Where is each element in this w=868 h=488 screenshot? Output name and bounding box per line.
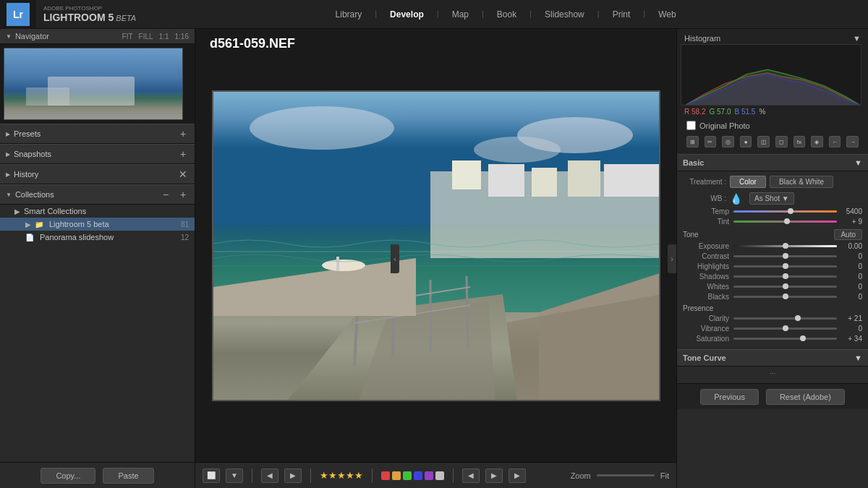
presets-header[interactable]: ▶ Presets + [0,124,195,144]
original-photo-check[interactable]: Original Photo [681,118,864,133]
blacks-slider[interactable] [733,296,837,298]
bw-btn[interactable]: Black & White [770,176,833,188]
color-red[interactable] [381,471,390,480]
histogram-label: Histogram [684,34,720,43]
shadows-slider[interactable] [733,275,837,278]
nav-book[interactable]: Book [497,9,516,20]
basic-arrow[interactable]: ▼ [854,158,862,167]
snapshots-add-btn[interactable]: + [177,148,189,160]
view-icon-crop[interactable]: ✂ [705,136,717,147]
tone-curve-content: ··· [677,367,868,383]
collections-remove-btn[interactable]: − [160,189,171,200]
play-btn[interactable]: ▶ [509,468,526,483]
blacks-value: 0 [837,293,862,301]
zoom-slider[interactable] [597,474,655,476]
nav-map[interactable]: Map [452,9,469,20]
zoom-area: Zoom Fit [571,471,669,480]
collections-add-btn[interactable]: + [177,189,189,200]
left-panel-toggle[interactable]: ‹ [391,244,399,273]
next-image-btn[interactable]: ▶ [485,468,503,483]
view-icon-fx[interactable]: fx [793,136,806,147]
svg-rect-9 [213,265,660,267]
nav-web[interactable]: Web [658,9,676,20]
collections-header[interactable]: ▼ Collections − + [0,184,195,205]
image-area[interactable]: d561-059.NEF [195,29,676,462]
original-photo-checkbox[interactable] [686,121,696,130]
nav-fill[interactable]: FILL [139,33,153,40]
exposure-slider[interactable] [733,245,837,247]
snapshots-header[interactable]: ▶ Snapshots + [0,144,195,164]
navigator-thumbnail[interactable] [4,48,183,120]
wb-dropper[interactable]: 💧 [730,193,742,205]
tone-section-label: Tone Auto [683,229,862,240]
main-image-svg [213,92,660,401]
vibrance-slider[interactable] [733,328,837,330]
highlights-slider[interactable] [733,265,837,267]
color-blue[interactable] [414,471,422,480]
star-rating[interactable]: ★★★★★ [320,470,363,481]
view-icon-grid[interactable]: ⊞ [686,136,699,147]
view-icon-color[interactable]: ● [740,136,752,147]
tint-label: Tint [683,218,733,226]
history-clear-btn[interactable]: ✕ [177,168,189,180]
view-icon-cal[interactable]: ◈ [811,136,823,147]
copy-button[interactable]: Copy... [41,468,95,484]
contrast-value: 0 [837,252,862,260]
whites-slider[interactable] [733,286,837,288]
nav-fit[interactable]: FIT [122,33,133,40]
nav-1-1[interactable]: 1:1 [159,33,169,40]
nav-library[interactable]: Library [336,9,362,20]
tone-curve-section-header[interactable]: Tone Curve ▼ [677,349,868,367]
temp-slider[interactable] [733,210,837,213]
view-icon-tone[interactable]: ◎ [722,136,734,147]
nav-print[interactable]: Print [613,9,631,20]
mode-btn[interactable]: ▼ [226,468,243,483]
color-yellow[interactable] [392,471,401,480]
color-gray[interactable] [435,471,444,480]
g-value: G 57.0 [709,108,731,116]
nav-ratio[interactable]: 1:16 [175,33,189,40]
view-icon-detail[interactable]: ◻ [775,136,788,147]
tint-slider[interactable] [733,221,837,223]
nav-develop[interactable]: Develop [390,9,424,20]
color-purple[interactable] [425,471,433,480]
view-icon-lens[interactable]: ◫ [757,136,770,147]
previous-button[interactable]: Previous [700,389,759,405]
auto-btn[interactable]: Auto [834,229,862,240]
prev-image-btn[interactable]: ◀ [462,468,480,483]
history-header[interactable]: ▶ History ✕ [0,164,195,184]
folder-icon: 📁 [35,221,43,228]
navigator-header[interactable]: ▼ Navigator FIT FILL 1:1 1:16 [0,29,195,44]
paste-button[interactable]: Paste [103,468,153,484]
contrast-slider[interactable] [733,255,837,257]
highlights-value: 0 [837,262,862,270]
view-icon-arrow-right[interactable]: → [846,136,859,147]
wb-select[interactable]: As Shot ▼ [749,192,794,205]
collection-panorama[interactable]: 📄 Panorama slideshow 12 [0,231,195,244]
saturation-slider[interactable] [733,338,837,340]
exposure-label: Exposure [683,242,733,250]
lr-logo-icon: Lr [7,3,30,26]
right-panel-toggle[interactable]: › [668,244,676,273]
svg-rect-13 [532,168,557,197]
whites-label: Whites [683,283,733,291]
collection-lr5beta[interactable]: ▶ 📁 Lightroom 5 beta 81 [0,218,195,231]
presets-add-btn[interactable]: + [177,128,189,140]
collection-smart[interactable]: ▶ Smart Collections [0,205,195,218]
color-green[interactable] [403,471,412,480]
navigator-preview [0,44,195,124]
nav-slideshow[interactable]: Slideshow [545,9,584,20]
color-btn[interactable]: Color [730,176,766,188]
next-btn[interactable]: ▶ [284,468,302,483]
basic-label: Basic [683,158,704,167]
basic-section-header[interactable]: Basic ▼ [677,154,868,171]
reset-button[interactable]: Reset (Adobe) [766,389,845,405]
clarity-slider[interactable] [733,317,837,320]
prev-btn[interactable]: ◀ [261,468,278,483]
tone-curve-arrow[interactable]: ▼ [854,354,862,362]
histogram-arrow[interactable]: ▼ [853,34,861,43]
lr-logo-text: Lr [13,9,23,20]
crop-btn[interactable]: ⬜ [203,468,220,483]
nav-links: Library | Develop | Map | Book | Slidesh… [143,9,868,20]
view-icon-arrow-left[interactable]: ← [829,136,841,147]
